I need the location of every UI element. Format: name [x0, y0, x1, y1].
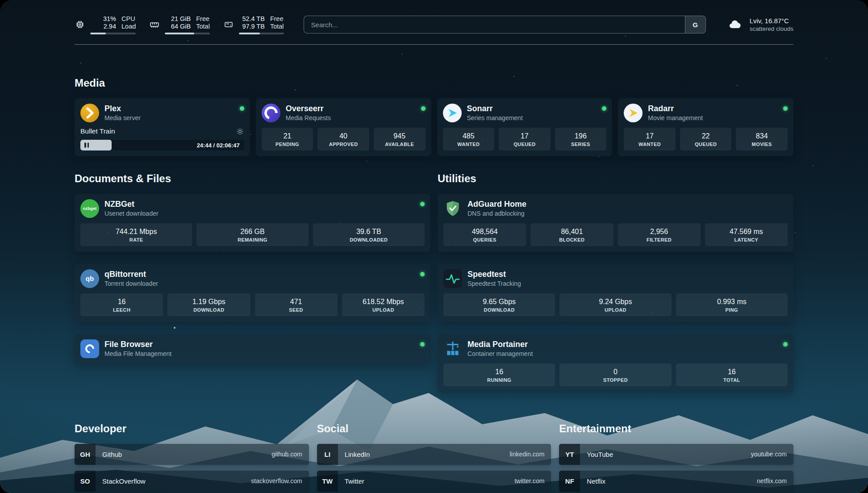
search-provider-button[interactable]: G	[685, 16, 705, 33]
stat-tile: 744.21 Mbps RATE	[80, 223, 192, 246]
service-card-nzbget[interactable]: nzbget NZBGet Usenet downloader 744.21 M…	[75, 194, 430, 252]
bookmarks-section: Developer GH Github github.com SO StackO…	[75, 422, 793, 493]
nzbget-icon: nzbget	[80, 199, 99, 218]
stat-tile: 9.24 Gbps UPLOAD	[559, 293, 671, 316]
status-dot	[240, 106, 244, 111]
stat-label: STOPPED	[561, 377, 669, 383]
service-subtitle: Torrent downloader	[104, 280, 158, 287]
service-name: Plex	[104, 104, 141, 113]
bookmark-github[interactable]: GH Github github.com	[75, 444, 309, 465]
search-input[interactable]	[304, 16, 685, 33]
github-abbr-icon: GH	[75, 444, 96, 465]
service-card-plex[interactable]: Plex Media server Bullet Train 24:44 / 0	[75, 98, 250, 156]
stat-tile: 21 PENDING	[262, 128, 313, 150]
service-name: NZBGet	[104, 200, 159, 209]
bookmark-twitter[interactable]: TW Twitter twitter.com	[317, 471, 551, 492]
service-card-sonarr[interactable]: Sonarr Series management 485 WANTED 17 Q…	[437, 98, 613, 156]
disk-total: 97.9 TB	[239, 23, 265, 30]
documents-column: Documents & Files nzbget NZBGet Usenet d…	[75, 172, 430, 392]
cpu-label: CPU	[121, 15, 135, 23]
cpu-icon	[75, 19, 85, 30]
stat-tile: 9.65 Gbps DOWNLOAD	[443, 293, 555, 316]
stat-value: 945	[376, 132, 424, 141]
service-subtitle: Media File Management	[104, 350, 171, 357]
disk-progress-bar	[239, 33, 284, 34]
qbittorrent-icon: qb	[80, 269, 99, 288]
disk-widget: 52.4 TB Free 97.9 TB Total	[223, 15, 284, 34]
dashboard-screen: 31% CPU 2.94 Load	[0, 0, 868, 493]
service-card-filebrowser[interactable]: File Browser Media File Management	[75, 334, 430, 364]
stat-tile: 16 TOTAL	[676, 363, 788, 386]
stat-tile: 86,401 BLOCKED	[530, 223, 613, 246]
stat-label: PING	[678, 307, 786, 313]
stat-label: SEED	[257, 307, 336, 313]
bookmark-url: twitter.com	[514, 477, 544, 485]
stat-value: 16	[678, 368, 786, 376]
stat-value: 47.569 ms	[707, 227, 786, 236]
service-subtitle: Series management	[467, 114, 523, 121]
service-name: File Browser	[104, 340, 171, 349]
radarr-icon	[624, 104, 643, 122]
memory-free: 21 GiB	[165, 15, 191, 23]
linkedin-abbr-icon: LI	[317, 444, 338, 465]
plex-icon	[80, 104, 99, 122]
memory-total: 64 GiB	[165, 23, 191, 30]
bookmark-linkedin[interactable]: LI LinkedIn linkedin.com	[317, 444, 551, 465]
stat-tile: 498,564 QUERIES	[443, 223, 526, 246]
cpu-load-label: Load	[121, 23, 136, 30]
stat-label: TOTAL	[678, 377, 786, 383]
stat-value: 0.993 ms	[678, 297, 786, 306]
playback-progress-bar[interactable]: 24:44 / 02:06:47	[80, 140, 244, 150]
stat-tile: 17 WANTED	[624, 128, 676, 150]
stat-label: RATE	[82, 237, 190, 242]
status-dot	[420, 272, 425, 276]
status-dot	[421, 106, 426, 111]
bookmark-name: Twitter	[345, 477, 364, 485]
stat-tile: 266 GB REMAINING	[196, 223, 308, 246]
stat-value: 39.6 TB	[315, 227, 423, 236]
bookmark-name: LinkedIn	[345, 451, 370, 458]
service-card-portainer[interactable]: Media Portainer Container management 16 …	[438, 334, 793, 392]
pause-icon[interactable]	[84, 142, 89, 147]
service-card-qbittorrent[interactable]: qb qBittorrent Torrent downloader 16 LEE…	[75, 264, 430, 322]
stackoverflow-abbr-icon: SO	[75, 471, 96, 492]
cpu-load: 2.94	[90, 23, 116, 30]
stat-value: 17	[501, 132, 549, 141]
disk-free-label: Free	[270, 15, 284, 23]
stat-tile: 0.993 ms PING	[676, 293, 788, 316]
stat-value: 485	[445, 132, 493, 141]
stat-label: LATENCY	[707, 237, 786, 242]
stat-value: 471	[257, 297, 336, 306]
service-name: Radarr	[648, 104, 703, 113]
service-card-radarr[interactable]: Radarr Movie management 17 WANTED 22 QUE…	[618, 98, 793, 156]
stat-tile: 16 LEECH	[80, 293, 163, 316]
stat-tile: 40 APPROVED	[317, 128, 369, 150]
stat-value: 196	[557, 132, 605, 141]
bookmark-stackoverflow[interactable]: SO StackOverflow stackoverflow.com	[75, 471, 309, 492]
bookmark-name: Netflix	[587, 477, 605, 485]
stat-label: MOVIES	[738, 142, 786, 147]
bookmark-netflix[interactable]: NF Netflix netflix.com	[559, 471, 793, 492]
widget-settings-gear-icon[interactable]	[236, 127, 244, 136]
section-title-developer: Developer	[75, 422, 309, 435]
weather-condition: scattered clouds	[750, 25, 793, 33]
bookmark-url: youtube.com	[751, 451, 787, 458]
bookmark-youtube[interactable]: YT YouTube youtube.com	[559, 444, 793, 465]
stat-value: 9.24 Gbps	[561, 297, 669, 306]
service-card-adguard[interactable]: AdGuard Home DNS and adblocking 498,564 …	[438, 194, 793, 252]
speedtest-icon	[443, 269, 462, 288]
service-card-overseerr[interactable]: Overseerr Media Requests 21 PENDING 40 A…	[256, 98, 431, 156]
stat-value: 2,956	[620, 227, 699, 236]
stat-label: BLOCKED	[532, 237, 611, 242]
stat-tile: 1.19 Gbps DOWNLOAD	[167, 293, 250, 316]
cpu-progress-bar	[90, 33, 136, 34]
stat-tile: 618.52 Mbps UPLOAD	[342, 293, 425, 316]
service-card-speedtest[interactable]: Speedtest Speedtest Tracking 9.65 Gbps D…	[438, 264, 793, 322]
status-dot	[783, 106, 788, 111]
stat-label: DOWNLOAD	[445, 307, 553, 313]
stat-tile: 196 SERIES	[555, 128, 607, 150]
stat-tile: 2,956 FILTERED	[618, 223, 701, 246]
stat-value: 86,401	[532, 227, 611, 236]
disk-icon	[223, 19, 234, 30]
disk-free: 52.4 TB	[239, 15, 265, 23]
